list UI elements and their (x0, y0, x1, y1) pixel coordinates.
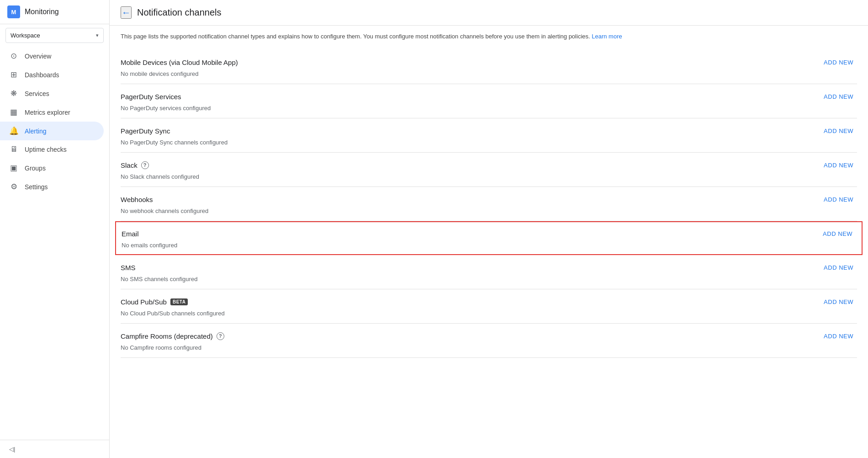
channel-section-slack: Slack?ADD NEWNo Slack channels configure… (121, 153, 857, 187)
channel-subtitle-cloud-pubsub: No Cloud Pub/Sub channels configured (121, 310, 857, 317)
app-logo: M (7, 5, 20, 18)
main-content: ← Notification channels This page lists … (110, 0, 868, 458)
channel-name-email: Email (122, 230, 139, 238)
sidebar-item-label: Settings (25, 183, 48, 191)
channel-subtitle-pagerduty-services: No PagerDuty services configured (121, 105, 857, 112)
sidebar-item-label: Metrics explorer (25, 109, 70, 116)
sidebar-item-label: Groups (25, 165, 46, 172)
dashboards-icon: ⊞ (9, 70, 18, 80)
workspace-label: Workspace (11, 32, 40, 39)
add-new-button-pagerduty-services[interactable]: ADD NEW (820, 91, 857, 102)
sidebar-header: M Monitoring (0, 0, 109, 24)
help-icon[interactable]: ? (217, 332, 224, 340)
settings-icon: ⚙ (9, 182, 18, 192)
channel-name-pagerduty-services: PagerDuty Services (121, 93, 181, 101)
channel-subtitle-webhooks: No webhook channels configured (121, 208, 857, 214)
content-area: This page lists the supported notificati… (110, 26, 868, 458)
channel-section-campfire-rooms: Campfire Rooms (deprecated)?ADD NEWNo Ca… (121, 324, 857, 358)
uptime-checks-icon: 🖥 (9, 145, 18, 154)
intro-text: This page lists the supported notificati… (121, 26, 857, 50)
beta-badge: BETA (170, 298, 188, 305)
overview-icon: ⊙ (9, 51, 18, 61)
channel-subtitle-campfire-rooms: No Campfire rooms configured (121, 344, 857, 351)
collapse-button[interactable]: ◁| (0, 440, 109, 458)
help-icon[interactable]: ? (141, 161, 149, 169)
sidebar-item-dashboards[interactable]: ⊞ Dashboards (0, 65, 104, 84)
channel-name-mobile-devices: Mobile Devices (via Cloud Mobile App) (121, 59, 238, 66)
channel-section-pagerduty-services: PagerDuty ServicesADD NEWNo PagerDuty se… (121, 84, 857, 118)
sidebar-item-label: Alerting (25, 128, 46, 135)
sidebar-item-metrics-explorer[interactable]: ▦ Metrics explorer (0, 103, 104, 122)
services-icon: ❋ (9, 89, 18, 98)
channel-section-pagerduty-sync: PagerDuty SyncADD NEWNo PagerDuty Sync c… (121, 118, 857, 153)
channel-section-sms: SMSADD NEWNo SMS channels configured (121, 255, 857, 289)
workspace-arrow-icon: ▾ (96, 32, 99, 38)
app-title: Monitoring (25, 8, 59, 16)
sidebar: M Monitoring Workspace ▾ ⊙ Overview ⊞ Da… (0, 0, 110, 458)
channel-section-mobile-devices: Mobile Devices (via Cloud Mobile App)ADD… (121, 50, 857, 84)
channel-name-sms: SMS (121, 264, 136, 272)
learn-more-link[interactable]: Learn more (592, 33, 622, 40)
channel-name-slack: Slack? (121, 161, 149, 169)
add-new-button-mobile-devices[interactable]: ADD NEW (820, 57, 857, 68)
page-header: ← Notification channels (110, 0, 868, 26)
sidebar-nav: ⊙ Overview ⊞ Dashboards ❋ Services ▦ Met… (0, 47, 109, 196)
sidebar-item-groups[interactable]: ▣ Groups (0, 159, 104, 177)
add-new-button-webhooks[interactable]: ADD NEW (820, 194, 857, 205)
alerting-icon: 🔔 (9, 126, 18, 136)
page-title: Notification channels (137, 7, 222, 18)
sidebar-item-label: Overview (25, 53, 51, 60)
channel-subtitle-mobile-devices: No mobile devices configured (121, 70, 857, 77)
sidebar-item-overview[interactable]: ⊙ Overview (0, 47, 104, 65)
workspace-selector[interactable]: Workspace ▾ (5, 28, 104, 43)
channel-subtitle-sms: No SMS channels configured (121, 276, 857, 282)
sidebar-item-settings[interactable]: ⚙ Settings (0, 177, 104, 196)
add-new-button-email[interactable]: ADD NEW (819, 229, 856, 239)
sidebar-item-label: Uptime checks (25, 146, 67, 153)
channel-name-campfire-rooms: Campfire Rooms (deprecated)? (121, 332, 224, 340)
add-new-button-pagerduty-sync[interactable]: ADD NEW (820, 126, 857, 136)
channel-subtitle-slack: No Slack channels configured (121, 173, 857, 180)
metrics-explorer-icon: ▦ (9, 107, 18, 117)
add-new-button-campfire-rooms[interactable]: ADD NEW (820, 331, 857, 341)
channel-subtitle-pagerduty-sync: No PagerDuty Sync channels configured (121, 139, 857, 146)
sidebar-item-label: Services (25, 90, 49, 97)
channel-section-webhooks: WebhooksADD NEWNo webhook channels confi… (121, 187, 857, 221)
add-new-button-cloud-pubsub[interactable]: ADD NEW (820, 297, 857, 307)
sidebar-item-uptime-checks[interactable]: 🖥 Uptime checks (0, 140, 104, 159)
channel-name-pagerduty-sync: PagerDuty Sync (121, 127, 170, 135)
groups-icon: ▣ (9, 163, 18, 173)
channel-name-webhooks: Webhooks (121, 196, 153, 203)
sidebar-item-alerting[interactable]: 🔔 Alerting (0, 122, 104, 140)
sidebar-item-label: Dashboards (25, 71, 59, 79)
channel-subtitle-email: No emails configured (122, 242, 856, 249)
channel-name-cloud-pubsub: Cloud Pub/Sub BETA (121, 298, 188, 306)
add-new-button-sms[interactable]: ADD NEW (820, 262, 857, 273)
channels-container: Mobile Devices (via Cloud Mobile App)ADD… (121, 50, 857, 358)
back-button[interactable]: ← (121, 6, 132, 19)
add-new-button-slack[interactable]: ADD NEW (820, 160, 857, 170)
channel-section-cloud-pubsub: Cloud Pub/Sub BETAADD NEWNo Cloud Pub/Su… (121, 289, 857, 324)
sidebar-item-services[interactable]: ❋ Services (0, 84, 104, 103)
channel-section-email: EmailADD NEWNo emails configured (115, 221, 863, 255)
